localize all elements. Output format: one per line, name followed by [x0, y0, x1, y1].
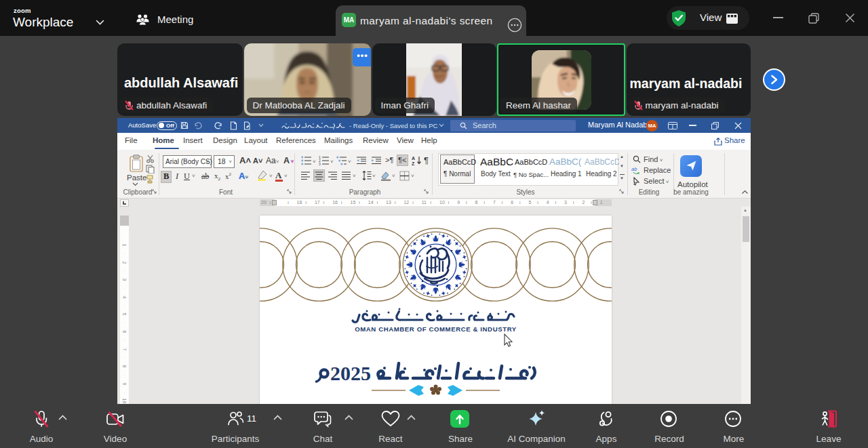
- svg-text:Z: Z: [412, 161, 415, 165]
- svg-text:2025: 2025: [330, 362, 371, 384]
- svg-text:A: A: [412, 156, 415, 161]
- svg-text:ab: ab: [631, 166, 637, 172]
- svg-text:OMAN CHAMBER OF COMMERCE & IND: OMAN CHAMBER OF COMMERCE & INDUSTRY: [355, 325, 517, 333]
- svg-text:3: 3: [319, 162, 321, 165]
